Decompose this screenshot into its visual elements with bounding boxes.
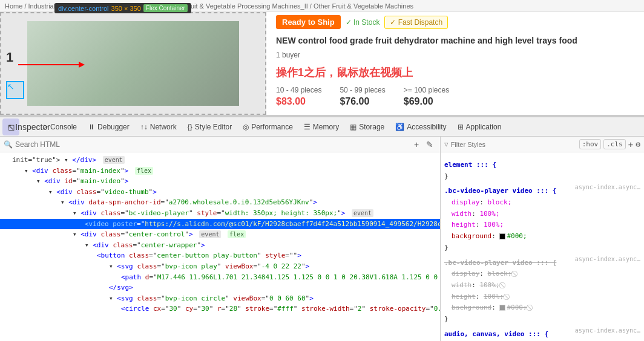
console-icon: > <box>44 123 48 131</box>
performance-label: Performance <box>251 123 293 131</box>
hov-cls-area: :hov .cls + ⚙ <box>579 139 640 149</box>
css-filter-input[interactable] <box>451 141 577 148</box>
html-line-2[interactable]: ▾ <div class="main-index"> flex <box>0 166 440 177</box>
memory-tab[interactable]: ☰ Memory <box>299 120 344 134</box>
product-page: Home / Industrial Equipment / Food & Bev… <box>0 0 644 116</box>
css-rule-bc-video-2: .bc-video-player video ::: { async-index… <box>444 254 640 325</box>
network-icon: ↑↓ <box>140 123 148 131</box>
tooltip-class: div.center-control <box>58 5 109 12</box>
cursor-icon: ↖ <box>7 82 15 91</box>
product-info: Ready to Ship ✓ In Stock ✓ Fast Dispatch… <box>266 0 644 115</box>
inspector-icon: ◻ <box>8 122 15 132</box>
style-editor-icon: {} <box>188 123 192 131</box>
filter-icon: ▽ <box>444 140 448 148</box>
css-rule-bc-video-1: .bc-video-player video ::: { async-index… <box>444 182 640 253</box>
console-tab[interactable]: > Console <box>39 120 82 134</box>
html-panel: 🔍 + ✎ init="true"> ▾ </div> event ▾ <div… <box>0 137 441 341</box>
html-line-3[interactable]: ▾ <div id="main-video"> <box>0 176 440 187</box>
price-range-3: >= 100 pieces <box>404 86 449 94</box>
add-html-button[interactable]: + <box>410 138 423 151</box>
css-selector-bc-video-2: .bc-video-player video ::: { <box>444 258 556 269</box>
price-col-3: >= 100 pieces $69.00 <box>404 86 449 107</box>
price-range-1: 10 - 49 pieces <box>276 86 321 94</box>
price-value-1: $83.00 <box>276 96 321 107</box>
css-selector-bc-video-1: .bc-video-player video ::: { <box>444 186 556 197</box>
css-filter-bar: ▽ :hov .cls + ⚙ <box>441 137 644 152</box>
html-line-video[interactable]: <video poster="https://s.alicdn.com/@sc0… <box>0 219 440 230</box>
html-line-6[interactable]: ▾ <div class="bc-video-player" style="wi… <box>0 208 440 219</box>
html-line-button[interactable]: <button class="center-button play-button… <box>0 250 440 261</box>
devtools-toolbar: ↖ ◻ Inspector > Console ⏸ Debugger ↑↓ Ne… <box>0 116 644 137</box>
css-prop-display-1: display: block; <box>444 197 640 209</box>
css-prop-bg-1: background: #000; <box>444 231 640 242</box>
css-brace-close-2: } <box>444 242 640 254</box>
application-icon: ⊞ <box>458 123 464 131</box>
cls-button[interactable]: .cls <box>603 139 626 149</box>
css-prop-height-2: height: 100%; ⃠ <box>444 291 640 303</box>
hov-button[interactable]: :hov <box>579 139 602 149</box>
fast-dispatch-badge: ✓ Fast Dispatch <box>384 16 448 29</box>
css-brace-close-3: } <box>444 314 640 325</box>
ready-to-ship-badge: Ready to Ship <box>276 15 341 29</box>
search-html-input[interactable] <box>15 140 410 149</box>
html-line-svg-circle[interactable]: ▾ <svg class="bvp-icon circle" viewBox="… <box>0 293 440 304</box>
css-selector-audio-video: audio, canvas, video ::: { <box>444 329 548 340</box>
css-prop-width-1: width: 100%; <box>444 209 640 220</box>
html-line-1: init="true"> ▾ </div> event <box>0 155 440 166</box>
price-col-1: 10 - 49 pieces $83.00 <box>276 86 321 107</box>
price-value-3: $69.00 <box>404 96 449 107</box>
element-tooltip: div.center-control 350 × 350 Flex Contai… <box>54 3 191 13</box>
css-prop-height-1: height: 100%; <box>444 219 640 231</box>
product-image-area: 1 ↖ <box>0 12 266 115</box>
html-line-path: <path d="M17.446 11.966L1.701 21.34841.1… <box>0 272 440 283</box>
debugger-tab[interactable]: ⏸ Debugger <box>83 120 134 134</box>
css-rule-element: element ::: { } <box>444 160 640 182</box>
html-line-center-control[interactable]: ▾ <div class="center-control"> event fle… <box>0 229 440 240</box>
add-rule-button[interactable]: + <box>628 140 633 149</box>
performance-tab[interactable]: ◎ Performance <box>238 120 298 134</box>
annotation-number: 1 <box>6 50 13 65</box>
style-editor-tab[interactable]: {} Style Editor <box>183 120 237 134</box>
css-rule-audio-video: audio, canvas, video ::: { async-index.a… <box>444 325 640 341</box>
network-tab[interactable]: ↑↓ Network <box>136 120 182 134</box>
html-line-4[interactable]: ▾ <div class="video-thumb"> <box>0 187 440 198</box>
price-col-2: 50 - 99 pieces $76.00 <box>340 86 385 107</box>
html-line-svg-close: </svg> <box>0 282 440 293</box>
accessibility-tab[interactable]: ♿ Accessibility <box>390 120 451 134</box>
svg-marker-1 <box>79 62 85 68</box>
style-editor-label: Style Editor <box>195 123 232 131</box>
accessibility-icon: ♿ <box>395 123 404 131</box>
memory-icon: ☰ <box>304 123 310 131</box>
network-label: Network <box>150 123 177 131</box>
css-source-1: async-index.async… <box>575 182 640 197</box>
css-panel: ▽ :hov .cls + ⚙ element ::: { } .bc-vide… <box>441 137 644 341</box>
css-brace-close-1: } <box>444 171 640 183</box>
memory-label: Memory <box>313 123 339 131</box>
inspector-tab[interactable]: ◻ Inspector <box>21 119 38 135</box>
html-line-svg-play[interactable]: ▾ <svg class="bvp-icon play" viewBox="-4… <box>0 261 440 272</box>
chinese-annotation: 操作1之后，鼠标放在视频上 <box>276 65 634 80</box>
devtools-body: 🔍 + ✎ init="true"> ▾ </div> event ▾ <div… <box>0 137 644 341</box>
product-title: NEW control food grade fruit dehydrator … <box>276 35 634 47</box>
price-table: 10 - 49 pieces $83.00 50 - 99 pieces $76… <box>276 86 634 107</box>
storage-label: Storage <box>359 123 384 131</box>
html-line-circle: <circle cx="30" cy="30" r="28" stroke="#… <box>0 304 440 314</box>
application-tab[interactable]: ⊞ Application <box>453 120 507 134</box>
debugger-icon: ⏸ <box>88 123 95 131</box>
html-search-bar: 🔍 + ✎ <box>0 137 440 152</box>
css-prop-display-2: display: block; ⃠ <box>444 268 640 280</box>
settings-icon[interactable]: ⚙ <box>636 140 640 149</box>
tooltip-flex: Flex Container <box>143 4 188 12</box>
storage-tab[interactable]: ▦ Storage <box>345 120 389 134</box>
css-prop-width-2: width: 100%; ⃠ <box>444 280 640 291</box>
badge-row: Ready to Ship ✓ In Stock ✓ Fast Dispatch <box>276 15 634 29</box>
performance-icon: ◎ <box>243 123 249 131</box>
css-prop-bg-2: background: #000; ⃠ <box>444 302 640 314</box>
html-line-center-wrapper[interactable]: ▾ <div class="center-wrapper"> <box>0 240 440 251</box>
buyer-count: 1 buyer <box>276 51 634 59</box>
in-stock-badge: ✓ In Stock <box>346 18 380 27</box>
pick-element-button[interactable]: ✎ <box>423 138 436 151</box>
css-source-2: async-index.async… <box>575 254 640 269</box>
red-arrow-svg <box>18 60 85 69</box>
html-line-5[interactable]: ▾ <div data-spm-anchor-id="a2700.wholesa… <box>0 197 440 208</box>
